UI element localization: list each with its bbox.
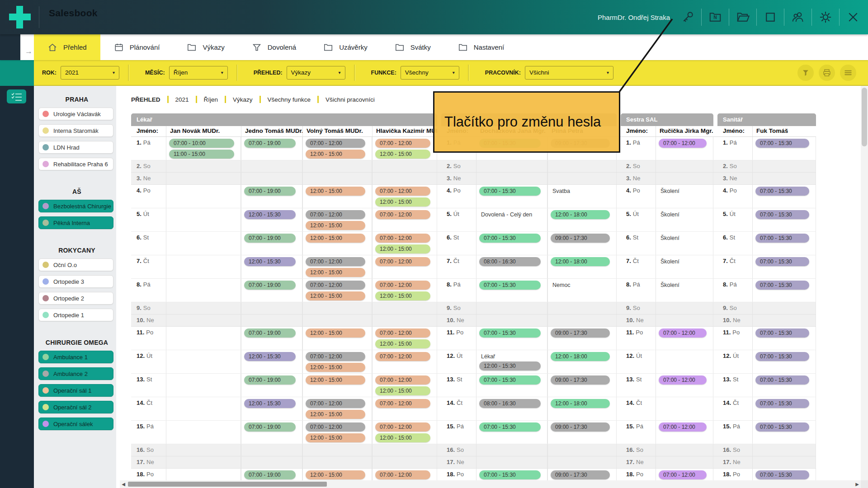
shift-chip[interactable]: 12:00 - 15:00 (375, 386, 430, 395)
sidebar-item-ambulance-2[interactable]: Ambulance 2 (38, 367, 113, 380)
shift-chip[interactable]: 07:00 - 12:00 (375, 375, 430, 385)
sidebar-item-opera-n-s-l-2[interactable]: Operační sál 2 (38, 401, 113, 413)
shift-chip[interactable]: 12:00 - 15:00 (306, 234, 365, 243)
shift-chip[interactable]: 07:00 - 12:00 (306, 210, 365, 219)
shift-chip[interactable]: 07:00 - 10:00 (169, 139, 234, 148)
sidebar-item-bezbolestn-chirurgie[interactable]: Bezbolestná Chirurgie (38, 200, 113, 212)
sidebar-item-urologie-v-clav-k[interactable]: Urologie Václavák (38, 108, 113, 120)
shift-chip[interactable]: 07:00 - 12:00 (375, 470, 430, 479)
printer-button[interactable] (819, 65, 835, 81)
shift-chip[interactable]: 12:00 - 18:00 (551, 352, 610, 361)
shift-chip[interactable]: 12:00 - 15:00 (306, 187, 365, 196)
shift-chip[interactable]: 12:00 - 15:00 (306, 268, 365, 277)
gear-icon[interactable] (818, 9, 833, 25)
scroll-left-arrow-icon[interactable]: ◀ (120, 482, 127, 487)
shift-chip[interactable]: 09:00 - 17:30 (551, 422, 610, 432)
shift-chip[interactable]: 07:00 - 19:00 (244, 422, 296, 432)
shift-chip[interactable]: 08:00 - 16:30 (479, 257, 541, 266)
tab-dovolená[interactable]: Dovolená (238, 34, 310, 60)
shift-chip[interactable]: 07:00 - 15:30 (755, 352, 809, 361)
tab-přehled[interactable]: Přehled (34, 34, 100, 60)
shift-chip[interactable]: 07:00 - 19:00 (244, 139, 296, 148)
shift-chip[interactable]: 07:00 - 15:30 (755, 187, 809, 196)
shift-chip[interactable]: 07:00 - 12:00 (375, 234, 430, 243)
filter-select-rok[interactable]: 2021▾ (61, 66, 119, 80)
shift-chip[interactable]: 12:00 - 15:00 (306, 221, 365, 230)
shift-chip[interactable]: 07:00 - 12:00 (306, 422, 365, 432)
shift-chip[interactable]: 12:00 - 15:00 (375, 433, 430, 442)
shift-chip[interactable]: 07:00 - 12:00 (375, 352, 430, 361)
shift-chip[interactable]: 07:00 - 15:30 (755, 139, 809, 148)
shift-chip[interactable]: 07:00 - 15:30 (479, 422, 541, 432)
filter-select-měsíc[interactable]: Říjen▾ (169, 66, 228, 80)
shift-chip[interactable]: 09:00 - 17:30 (551, 470, 610, 479)
shift-chip[interactable]: 07:00 - 12:00 (375, 210, 430, 219)
shift-chip[interactable]: 11:00 - 15:00 (169, 150, 234, 159)
shift-chip[interactable]: 07:00 - 12:00 (375, 399, 430, 408)
tab-výkazy[interactable]: Výkazy (173, 34, 238, 60)
shift-chip[interactable]: 09:00 - 17:30 (551, 328, 610, 338)
shift-chip[interactable]: 07:00 - 12:00 (375, 422, 430, 432)
scroll-right-arrow-icon[interactable]: ▶ (854, 482, 861, 487)
shift-chip[interactable]: 12:00 - 15:30 (244, 352, 296, 361)
sidebar-item-interna-starom-k[interactable]: Interna Staromák (38, 124, 113, 137)
shift-chip[interactable]: 12:00 - 15:30 (244, 257, 296, 266)
shift-chip[interactable]: 07:00 - 19:00 (244, 187, 296, 196)
shift-chip[interactable]: 12:00 - 15:00 (375, 339, 430, 348)
shift-chip[interactable]: 07:00 - 15:30 (479, 187, 541, 196)
sidebar-item-opera-n-s-lek[interactable]: Operační sálek (38, 418, 113, 430)
shift-chip[interactable]: 07:00 - 12:00 (659, 375, 707, 385)
shift-chip[interactable]: 07:00 - 19:00 (244, 375, 296, 385)
sidebar-scrollbar[interactable] (116, 86, 120, 488)
horizontal-scrollbar-thumb[interactable] (128, 482, 327, 487)
shift-chip[interactable]: 07:00 - 12:00 (306, 257, 365, 266)
filter-button[interactable] (797, 65, 814, 81)
sidebar-item-ortopedie-2[interactable]: Ortopedie 2 (38, 292, 113, 305)
sidebar-item-ortopedie-3[interactable]: Ortopedie 3 (38, 275, 113, 288)
shift-chip[interactable]: 07:00 - 15:30 (479, 281, 541, 290)
shift-chip[interactable]: 07:00 - 19:00 (244, 281, 296, 290)
shift-chip[interactable]: 08:00 - 16:30 (479, 399, 541, 408)
shift-chip[interactable]: 07:00 - 15:30 (479, 470, 541, 479)
filter-select-přehled[interactable]: Výkazy▾ (287, 66, 345, 80)
square-icon[interactable] (763, 9, 778, 25)
shift-chip[interactable]: 12:00 - 15:30 (244, 399, 296, 408)
shift-chip[interactable]: 07:00 - 15:30 (479, 375, 541, 385)
shift-chip[interactable]: 12:00 - 15:00 (375, 150, 430, 159)
filter-select-funkce[interactable]: Všechny▾ (401, 66, 459, 80)
shift-chip[interactable]: 07:00 - 15:30 (755, 234, 809, 243)
shift-chip[interactable]: 07:00 - 15:30 (755, 281, 809, 290)
shift-chip[interactable]: 12:00 - 15:30 (479, 361, 541, 371)
folder-n-icon[interactable]: N (708, 9, 723, 25)
shift-chip[interactable]: 12:00 - 18:00 (551, 210, 610, 219)
shift-chip[interactable]: 07:00 - 19:00 (244, 470, 296, 479)
horizontal-scrollbar[interactable]: ◀ ▶ (120, 480, 861, 488)
shift-chip[interactable]: 12:00 - 15:00 (375, 291, 430, 300)
shift-chip[interactable]: 07:00 - 12:00 (375, 187, 430, 196)
shift-chip[interactable]: 07:00 - 12:00 (375, 328, 430, 338)
folder-open-icon[interactable] (735, 9, 750, 25)
shift-chip[interactable]: 12:00 - 15:00 (306, 470, 365, 479)
shift-chip[interactable]: 12:00 - 15:30 (244, 210, 296, 219)
shift-chip[interactable]: 07:00 - 12:00 (659, 470, 707, 479)
shift-chip[interactable]: 07:00 - 12:00 (306, 399, 365, 408)
shift-chip[interactable]: 07:00 - 12:00 (659, 328, 707, 338)
filter-select-pracovník[interactable]: Všichni▾ (525, 66, 613, 80)
shift-chip[interactable]: 07:00 - 12:00 (306, 139, 365, 148)
shift-chip[interactable]: 12:00 - 18:00 (551, 257, 610, 266)
shift-chip[interactable]: 12:00 - 15:00 (306, 291, 365, 300)
shift-chip[interactable]: 12:00 - 15:00 (306, 363, 365, 372)
people-icon[interactable] (790, 9, 806, 25)
shift-chip[interactable]: 09:00 - 17:30 (551, 375, 610, 385)
sidebar-item-ortopedie-1[interactable]: Ortopedie 1 (38, 309, 113, 321)
shift-chip[interactable]: 07:00 - 12:00 (306, 281, 365, 290)
sidebar-item-opera-n-s-l-1[interactable]: Operační sál 1 (38, 384, 113, 397)
sidebar-item-ambulance-1[interactable]: Ambulance 1 (38, 351, 113, 363)
checklist-toggle-button[interactable] (7, 89, 26, 103)
tab-plánování[interactable]: Plánování (100, 34, 174, 60)
shift-chip[interactable]: 07:00 - 15:30 (755, 422, 809, 432)
menu-button[interactable] (840, 65, 856, 81)
tab-uzávěrky[interactable]: Uzávěrky (310, 34, 381, 60)
key-icon[interactable] (680, 9, 695, 25)
shift-chip[interactable]: 07:00 - 12:00 (659, 422, 707, 432)
